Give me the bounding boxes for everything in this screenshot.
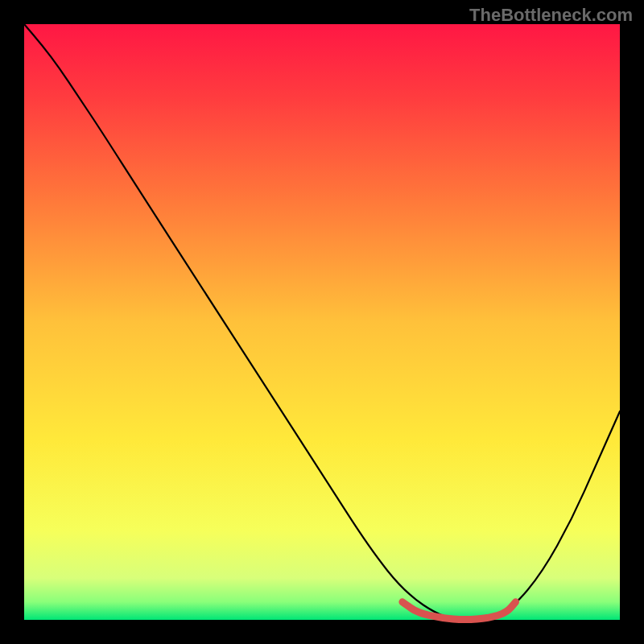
gradient-background bbox=[24, 24, 620, 620]
chart-container: TheBottleneck.com bbox=[0, 0, 644, 644]
bottleneck-chart bbox=[0, 0, 644, 644]
watermark-text: TheBottleneck.com bbox=[469, 5, 633, 26]
